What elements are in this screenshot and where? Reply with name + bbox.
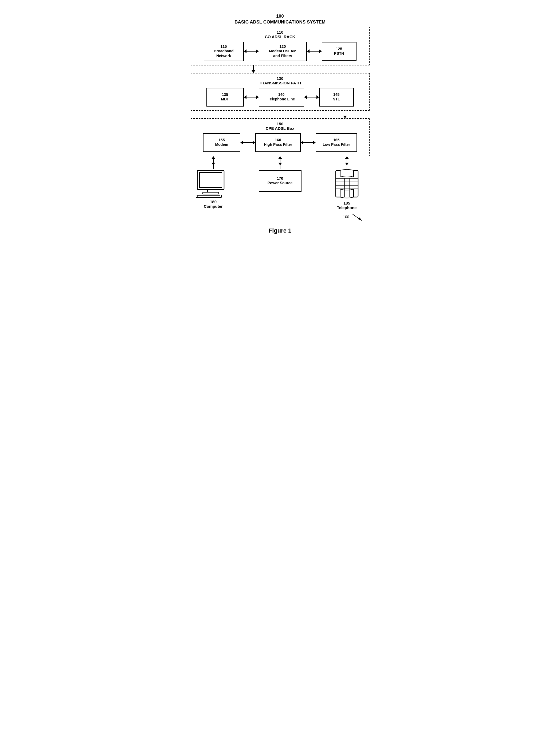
svg-rect-2 — [207, 190, 214, 192]
modem-dslam-name: Modem DSLAMand Filters — [269, 49, 296, 58]
arrow-left-icon — [244, 49, 246, 53]
modem-box: 155 Modem — [203, 133, 240, 152]
arrow-hpf-up — [278, 156, 282, 159]
arrow-line3 — [246, 97, 256, 97]
computer-item: 180 Computer — [195, 169, 232, 209]
arrow-hpf-down — [278, 163, 282, 165]
modem-name: Modem — [215, 142, 228, 147]
arrow-line2 — [310, 51, 319, 52]
telephone-icon — [328, 169, 366, 200]
co-components-row: 115 BroadbandNetwork 120 Modem DSLAMand … — [195, 42, 365, 61]
diagram: 110 CO ADSL RACK 115 BroadbandNetwork 12… — [191, 27, 370, 222]
svg-rect-0 — [197, 170, 224, 190]
arrow-left-icon6 — [301, 141, 303, 144]
pstn-box: 125 PSTN — [322, 42, 357, 61]
transmission-path-section: 130 TRANSMISSION PATH 135 MDF 140 — [191, 73, 370, 111]
arrow-modem-pstn — [307, 49, 322, 53]
hpf-name: High Pass Filter — [264, 142, 292, 147]
mdf-id: 135 — [222, 92, 228, 97]
arrow-trans-to-cpe — [343, 116, 347, 118]
modem-dslam-box: 120 Modem DSLAMand Filters — [259, 42, 307, 61]
arrow-hpf-lpf — [301, 141, 316, 144]
telephone-line-box: 140 Telephone Line — [259, 88, 304, 107]
trans-section-label: 130 TRANSMISSION PATH — [195, 76, 365, 85]
cpe-section-label: 150 CPE ADSL Box — [195, 121, 365, 131]
lpf-box: 165 Low Pass Filter — [316, 133, 357, 152]
telephone-item: 185 Telephone — [328, 169, 366, 210]
arrow-line — [246, 51, 256, 52]
diagram-title-text: BASIC ADSL COMMUNICATIONS SYSTEM — [234, 19, 326, 25]
pstn-id: 125 — [336, 47, 342, 51]
arrow-line5 — [243, 142, 253, 143]
ref-arrow-icon — [351, 213, 364, 222]
arrow-right-icon — [256, 49, 259, 53]
lpf-name: Low Pass Filter — [323, 142, 350, 147]
co-section-label: 110 CO ADSL RACK — [195, 30, 365, 39]
hpf-box: 160 High Pass Filter — [255, 133, 301, 152]
svg-rect-1 — [199, 173, 222, 187]
arrow-line6 — [303, 142, 313, 143]
svg-rect-3 — [203, 192, 219, 194]
arrow-left-icon3 — [244, 95, 246, 99]
arrow-modem-hpf — [240, 141, 255, 144]
power-source-item: 170 Power Source — [259, 169, 301, 192]
mdf-name: MDF — [221, 97, 229, 101]
diagram-id: 100 — [276, 14, 284, 19]
broadband-id: 115 — [221, 44, 227, 49]
arrow-lpf-down — [345, 163, 349, 165]
pstn-name: PSTN — [334, 51, 344, 56]
broadband-name: BroadbandNetwork — [214, 49, 234, 58]
trans-label: TRANSMISSION PATH — [259, 81, 301, 85]
svg-marker-14 — [358, 217, 362, 221]
telline-name: Telephone Line — [268, 97, 295, 101]
cpe-id: 150 — [277, 121, 283, 126]
trans-components-row: 135 MDF 140 Telephone Line — [195, 88, 365, 107]
cpe-adsl-section: 150 CPE ADSL Box 155 Modem — [191, 118, 370, 156]
hpf-id: 160 — [275, 138, 281, 142]
arrow-modem-up — [212, 156, 215, 159]
computer-icon — [195, 169, 232, 198]
figure-label: Figure 1 — [191, 227, 370, 234]
arrow-modem-down — [212, 163, 215, 165]
arrow-mdf-telline — [244, 95, 259, 99]
power-id: 170 — [277, 176, 283, 181]
nte-box: 145 NTE — [319, 88, 354, 107]
arrow-right-icon5 — [253, 141, 255, 144]
broadband-network-box: 115 BroadbandNetwork — [204, 42, 244, 61]
co-adsl-rack-section: 110 CO ADSL RACK 115 BroadbandNetwork 12… — [191, 27, 370, 65]
mdf-box: 135 MDF — [206, 88, 244, 107]
svg-rect-5 — [197, 195, 220, 197]
cpe-label: CPE ADSL Box — [266, 126, 295, 131]
arrow-left-icon5 — [240, 141, 243, 144]
arrow-right-icon6 — [313, 141, 316, 144]
ref-container: 100 — [191, 213, 370, 222]
arrow-telline-nte — [304, 95, 319, 99]
cpe-components-row: 155 Modem 160 High Pass Filter — [195, 133, 365, 152]
nte-name: NTE — [333, 97, 340, 101]
modem-id: 155 — [218, 138, 225, 142]
arrow-broadband-modem — [244, 49, 259, 53]
arrow-right-icon4 — [316, 95, 319, 99]
diagram-title: 100 BASIC ADSL COMMUNICATIONS SYSTEM — [191, 13, 370, 25]
power-name: Power Source — [268, 181, 292, 185]
nte-id: 145 — [333, 92, 339, 97]
arrow-line4 — [307, 97, 316, 97]
arrow-left-icon2 — [307, 49, 310, 53]
trans-id: 130 — [277, 76, 283, 81]
power-source-box: 170 Power Source — [259, 170, 301, 192]
page: 100 BASIC ADSL COMMUNICATIONS SYSTEM 110… — [180, 5, 380, 245]
lpf-id: 165 — [333, 138, 339, 142]
arrow-right-icon2 — [319, 49, 322, 53]
telephone-label: 185 Telephone — [337, 201, 357, 210]
co-label: CO ADSL RACK — [265, 34, 295, 39]
co-id: 110 — [277, 30, 283, 34]
arrow-co-to-trans — [252, 70, 255, 73]
arrow-right-icon3 — [256, 95, 259, 99]
modem-dslam-id: 120 — [280, 44, 286, 49]
computer-label: 180 Computer — [204, 199, 223, 209]
ref-number: 100 — [343, 215, 349, 219]
arrow-lpf-up — [345, 156, 349, 159]
arrow-left-icon4 — [304, 95, 307, 99]
telline-id: 140 — [278, 92, 284, 97]
